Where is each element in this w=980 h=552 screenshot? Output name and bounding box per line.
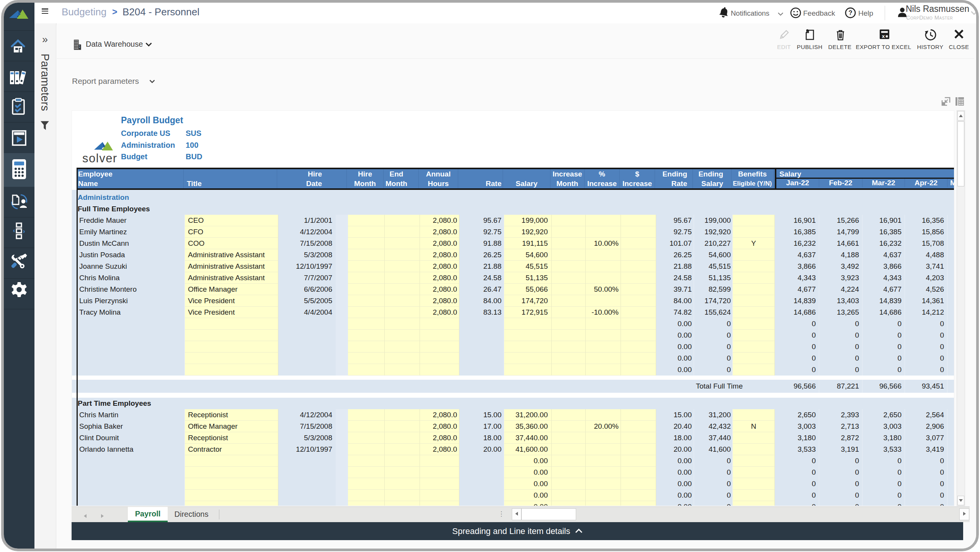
svg-text:x: x xyxy=(882,33,885,39)
svg-text:?: ? xyxy=(848,9,852,16)
